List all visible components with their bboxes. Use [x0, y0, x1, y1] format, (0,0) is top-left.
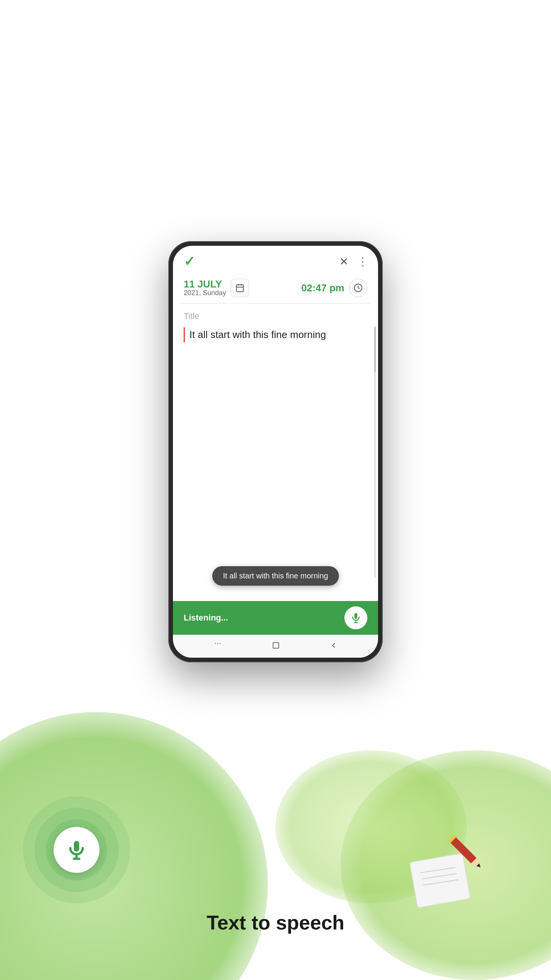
pencil-paper-illustration — [406, 827, 490, 911]
mic-button[interactable] — [344, 606, 367, 629]
scrollbar-thumb[interactable] — [374, 327, 376, 372]
time-value: 02:47 pm — [301, 282, 344, 294]
content-area[interactable]: Title It all start with this fine mornin… — [173, 304, 378, 601]
note-text[interactable]: It all start with this fine morning — [184, 327, 367, 342]
svg-rect-5 — [354, 613, 357, 619]
date-time-row: 11 JULY 2021, Sunday 02:47 pm — [173, 276, 378, 303]
svg-rect-15 — [410, 853, 471, 908]
date-section: 11 JULY 2021, Sunday — [184, 279, 249, 297]
nav-home-icon[interactable] — [272, 641, 280, 650]
nav-bar — [173, 635, 378, 658]
calendar-button[interactable] — [231, 279, 249, 297]
mic-large-button[interactable] — [54, 827, 99, 873]
listening-bar: Listening... — [173, 601, 378, 635]
scrollbar[interactable] — [374, 327, 376, 578]
time-section: 02:47 pm — [301, 279, 367, 297]
top-bar: ✓ ✕ ⋮ — [173, 246, 378, 276]
mic-large-icon — [66, 839, 87, 861]
svg-rect-11 — [273, 643, 279, 648]
mic-outer-button[interactable] — [54, 827, 99, 873]
svg-rect-0 — [236, 285, 243, 292]
date-year-day: 2021, Sunday — [184, 289, 226, 297]
nav-menu-icon[interactable] — [213, 641, 222, 650]
phone-frame: ✓ ✕ ⋮ 11 JULY 2021, Sunday — [168, 241, 383, 662]
title-placeholder: Title — [184, 311, 367, 321]
nav-back-icon[interactable] — [329, 641, 338, 650]
speech-tooltip: It all start with this fine morning — [212, 566, 339, 586]
phone-body: ✓ ✕ ⋮ 11 JULY 2021, Sunday — [168, 241, 383, 662]
close-icon[interactable]: ✕ — [339, 255, 348, 268]
svg-rect-12 — [74, 841, 79, 852]
clock-icon — [354, 283, 363, 292]
calendar-icon — [235, 283, 245, 292]
microphone-icon — [350, 612, 362, 624]
clock-button[interactable] — [349, 279, 367, 297]
date-text: 11 JULY 2021, Sunday — [184, 279, 226, 297]
more-options-icon[interactable]: ⋮ — [357, 255, 367, 268]
top-bar-actions: ✕ ⋮ — [339, 255, 367, 268]
date-main: 11 JULY — [184, 279, 226, 289]
check-icon[interactable]: ✓ — [184, 253, 195, 270]
listening-label: Listening... — [184, 613, 228, 623]
tts-label: Text to speech — [207, 911, 344, 934]
phone-screen: ✓ ✕ ⋮ 11 JULY 2021, Sunday — [173, 246, 378, 658]
